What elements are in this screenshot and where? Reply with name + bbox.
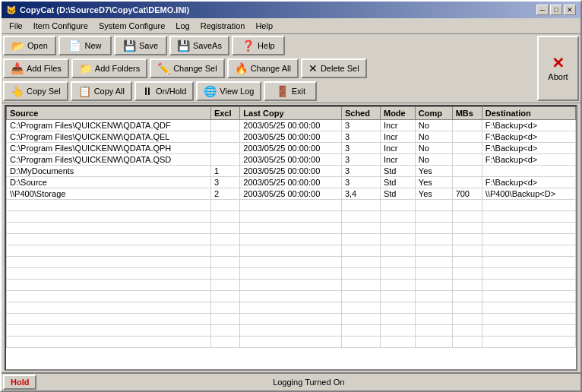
cell-5-2: 2003/05/25 00:00:00 (240, 177, 342, 188)
cell-5-4: Std (380, 177, 415, 188)
table-row[interactable]: C:\Program Files\QUICKENW\QDATA.QSD2003/… (7, 154, 576, 166)
cell-2-0: C:\Program Files\QUICKENW\QDATA.QPH (7, 143, 211, 154)
empty-cell-9-0 (7, 223, 211, 234)
cell-1-6 (452, 131, 482, 143)
cell-0-7: F:\Backup<d> (482, 120, 575, 131)
cell-0-0: C:\Program Files\QUICKENW\QDATA.QDF (7, 120, 211, 131)
add-folders-icon: 📁 (79, 62, 92, 74)
close-button[interactable]: ✕ (564, 5, 576, 15)
copy-all-button[interactable]: 📋 Copy All (71, 81, 132, 101)
menu-system-configure[interactable]: System Configure (94, 20, 169, 32)
empty-cell-14-4 (380, 280, 415, 291)
col-sched: Sched (341, 107, 380, 120)
empty-cell-19-1 (210, 337, 239, 348)
new-button[interactable]: 📄 New (59, 36, 112, 55)
copy-all-icon: 📋 (78, 85, 91, 97)
cell-4-2: 2003/05/25 00:00:00 (240, 166, 342, 177)
col-excl: Excl (210, 107, 239, 120)
cell-3-1 (210, 154, 239, 166)
empty-cell-9-7 (482, 223, 575, 234)
empty-cell-13-1 (210, 268, 239, 280)
cell-5-3: 3 (341, 177, 380, 188)
add-files-button[interactable]: 📥 Add Files (3, 58, 69, 78)
add-folders-button[interactable]: 📁 Add Folders (71, 58, 147, 78)
table-row[interactable]: C:\Program Files\QUICKENW\QDATA.QEL2003/… (7, 131, 576, 143)
empty-cell-11-7 (482, 245, 575, 257)
table-row-empty (7, 302, 576, 314)
empty-cell-11-6 (452, 245, 482, 257)
view-log-button[interactable]: 🌐 View Log (196, 81, 261, 101)
empty-cell-11-4 (380, 245, 415, 257)
cell-3-2: 2003/05/25 00:00:00 (240, 154, 342, 166)
new-icon: 📄 (68, 40, 81, 52)
empty-cell-14-7 (482, 280, 575, 291)
save-button[interactable]: 💾 Save (114, 36, 167, 55)
delete-sel-button[interactable]: ✕ Delete Sel (301, 58, 367, 78)
table-row[interactable]: \\P400\Storage22003/05/25 00:00:003,4Std… (7, 188, 576, 200)
cell-3-4: Incr (380, 154, 415, 166)
change-all-button[interactable]: 🔥 Change All (227, 58, 299, 78)
empty-cell-8-0 (7, 211, 211, 223)
cell-6-5: Yes (415, 188, 452, 200)
on-hold-icon: ⏸ (142, 85, 153, 97)
toolbar-row2: 📥 Add Files 📁 Add Folders ✏️ Change Sel … (3, 58, 535, 78)
empty-cell-17-1 (210, 314, 239, 325)
logging-status: Logging Turned On (38, 378, 579, 387)
empty-cell-10-1 (210, 234, 239, 245)
table-row[interactable]: C:\Program Files\QUICKENW\QDATA.QPH2003/… (7, 143, 576, 154)
empty-cell-16-1 (210, 302, 239, 314)
empty-cell-7-7 (482, 200, 575, 211)
menu-registration[interactable]: Registration (196, 20, 250, 32)
on-hold-button[interactable]: ⏸ On/Hold (134, 81, 194, 101)
table-row-empty (7, 268, 576, 280)
exit-button[interactable]: 🚪 Exit (264, 81, 317, 101)
table-row-empty (7, 325, 576, 337)
table-row[interactable]: C:\Program Files\QUICKENW\QDATA.QDF2003/… (7, 120, 576, 131)
menu-help[interactable]: Help (251, 20, 277, 32)
menu-file[interactable]: File (5, 20, 27, 32)
cell-3-3: 3 (341, 154, 380, 166)
cell-6-1: 2 (210, 188, 239, 200)
maximize-button[interactable]: □ (550, 5, 562, 15)
saveas-button[interactable]: 💾 SaveAs (169, 36, 229, 55)
cell-0-1 (210, 120, 239, 131)
empty-cell-11-0 (7, 245, 211, 257)
change-sel-button[interactable]: ✏️ Change Sel (150, 58, 225, 78)
menu-item-configure[interactable]: Item Configure (29, 20, 93, 32)
cell-4-1: 1 (210, 166, 239, 177)
minimize-button[interactable]: ─ (536, 5, 549, 15)
change-all-icon: 🔥 (235, 62, 248, 74)
empty-cell-18-0 (7, 325, 211, 337)
menu-log[interactable]: Log (171, 20, 194, 32)
col-mode: Mode (380, 107, 415, 120)
view-log-icon: 🌐 (204, 85, 217, 97)
empty-cell-8-6 (452, 211, 482, 223)
open-button[interactable]: 📂 Open (3, 36, 56, 55)
empty-cell-13-7 (482, 268, 575, 280)
cell-2-4: Incr (380, 143, 415, 154)
empty-cell-15-5 (415, 291, 452, 302)
empty-cell-15-6 (452, 291, 482, 302)
cell-3-0: C:\Program Files\QUICKENW\QDATA.QSD (7, 154, 211, 166)
cell-1-7: F:\Backup<d> (482, 131, 575, 143)
empty-cell-17-4 (380, 314, 415, 325)
cell-0-5: No (415, 120, 452, 131)
empty-cell-19-0 (7, 337, 211, 348)
cell-6-2: 2003/05/25 00:00:00 (240, 188, 342, 200)
empty-cell-13-2 (240, 268, 342, 280)
copy-sel-button[interactable]: 👆 Copy Sel (3, 81, 68, 101)
cell-5-5: Yes (415, 177, 452, 188)
empty-cell-18-7 (482, 325, 575, 337)
empty-cell-7-2 (240, 200, 342, 211)
table-scroll[interactable]: Source Excl Last Copy Sched Mode Comp MB… (6, 106, 576, 369)
table-row[interactable]: D:\Source32003/05/25 00:00:003StdYesF:\B… (7, 177, 576, 188)
table-row[interactable]: D:\MyDocuments12003/05/25 00:00:003StdYe… (7, 166, 576, 177)
help-icon: ❓ (242, 40, 255, 52)
col-comp: Comp (415, 107, 452, 120)
empty-cell-11-2 (240, 245, 342, 257)
empty-cell-16-6 (452, 302, 482, 314)
abort-button[interactable]: ✕ Abort (537, 36, 579, 101)
cell-3-7: F:\Backup<d> (482, 154, 575, 166)
hold-status[interactable]: Hold (3, 375, 36, 390)
help-button[interactable]: ❓ Help (232, 36, 285, 55)
